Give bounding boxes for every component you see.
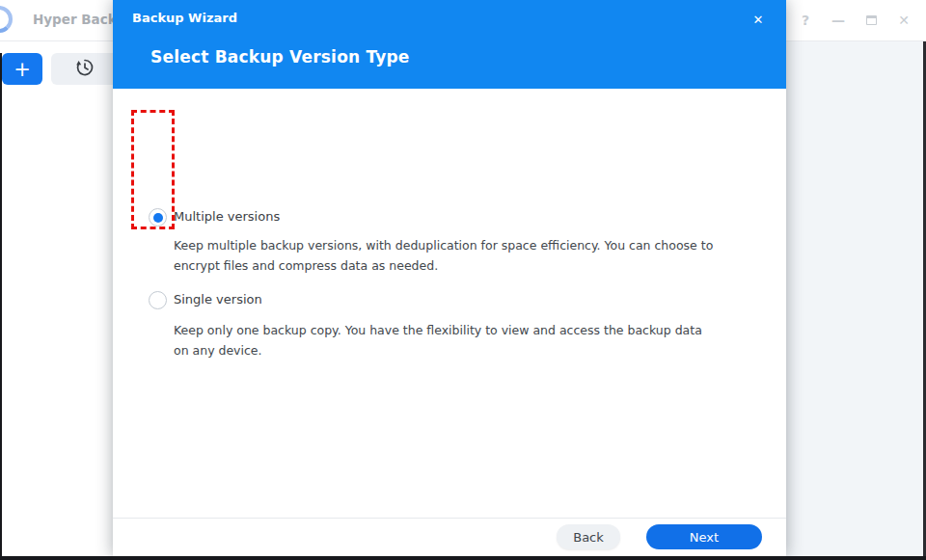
close-icon[interactable]: ✕ <box>895 11 912 30</box>
window-controls: ? — ✕ <box>797 10 912 31</box>
maximize-glyph <box>866 15 877 25</box>
multiple-versions-label[interactable]: Multiple versions <box>174 209 280 225</box>
description-line: encrypt files and compress data as neede… <box>174 255 713 276</box>
minimize-icon[interactable]: — <box>830 11 847 30</box>
single-version-description: Keep only one backup copy. You have the … <box>174 320 702 360</box>
task-list-panel: + <box>0 42 113 556</box>
backup-history-button[interactable] <box>51 53 119 85</box>
single-version-label[interactable]: Single version <box>174 292 262 307</box>
description-line: Keep only one backup copy. You have the … <box>174 320 702 340</box>
multiple-versions-description: Keep multiple backup versions, with dedu… <box>174 235 713 276</box>
maximize-icon[interactable] <box>862 11 880 30</box>
dialog-footer: Back Next <box>113 518 786 557</box>
add-backup-task-button[interactable]: + <box>2 53 42 85</box>
dialog-window-title: Backup Wizard <box>132 11 237 25</box>
next-button[interactable]: Next <box>646 524 762 549</box>
content-area-background <box>786 41 926 560</box>
history-clock-icon <box>74 57 95 82</box>
description-line: on any device. <box>174 340 702 360</box>
hyper-backup-logo-icon <box>0 6 13 33</box>
back-button[interactable]: Back <box>557 524 620 549</box>
backup-wizard-dialog: Backup Wizard ✕ Select Backup Version Ty… <box>113 0 786 557</box>
help-icon[interactable]: ? <box>797 11 814 30</box>
page-title: Select Backup Version Type <box>150 47 410 67</box>
plus-icon: + <box>14 58 31 81</box>
screen-edge-left <box>0 53 2 556</box>
description-line: Keep multiple backup versions, with dedu… <box>174 235 713 255</box>
dialog-header: Backup Wizard ✕ Select Backup Version Ty… <box>113 0 786 89</box>
dialog-body: Multiple versions Keep multiple backup v… <box>113 89 786 518</box>
screen-edge-bottom <box>0 556 926 560</box>
radio-single-version[interactable] <box>149 291 167 309</box>
dialog-close-icon[interactable]: ✕ <box>748 9 769 30</box>
annotation-red-dashed-box <box>131 110 175 229</box>
